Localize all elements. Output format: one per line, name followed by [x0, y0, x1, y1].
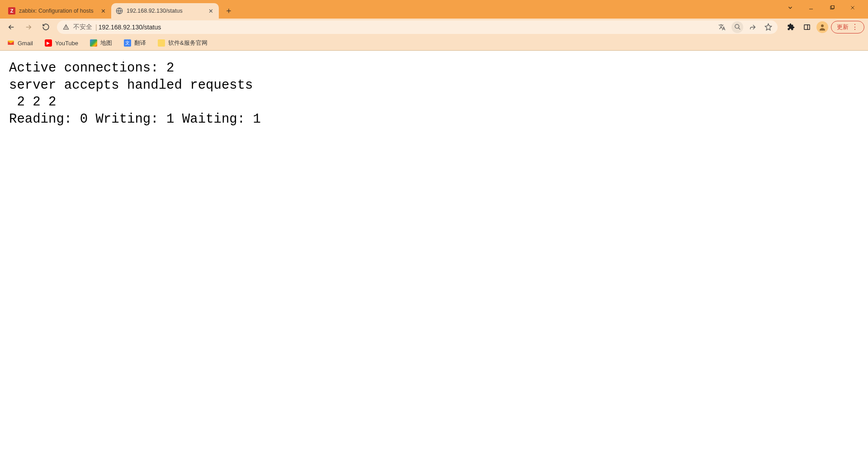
- bookmark-label: 地图: [100, 39, 112, 47]
- share-icon[interactable]: [747, 21, 759, 33]
- close-window-button[interactable]: [844, 1, 862, 14]
- bookmark-software-folder[interactable]: 软件&服务官网: [156, 37, 209, 49]
- tab-strip: Z zabbix: Configuration of hosts ✕ 192.1…: [0, 0, 235, 19]
- maps-icon: [90, 39, 97, 47]
- tab-title: zabbix: Configuration of hosts: [19, 8, 99, 14]
- bookmark-label: Gmail: [18, 40, 33, 47]
- kebab-menu-icon: ⋮: [851, 24, 859, 31]
- reload-button[interactable]: [38, 20, 53, 34]
- svg-point-4: [735, 24, 739, 29]
- close-icon[interactable]: ✕: [99, 7, 107, 14]
- status-line-header: server accepts handled requests: [9, 78, 253, 93]
- not-secure-icon: [62, 24, 71, 31]
- tab-status-page[interactable]: 192.168.92.130/status ✕: [111, 3, 219, 19]
- status-line-active: Active connections: 2: [9, 61, 182, 76]
- close-icon[interactable]: ✕: [207, 7, 214, 14]
- svg-rect-5: [804, 24, 810, 29]
- bookmark-label: 软件&服务官网: [168, 39, 208, 47]
- svg-rect-2: [831, 5, 834, 8]
- bookmark-gmail[interactable]: Gmail: [5, 38, 35, 48]
- profile-avatar[interactable]: [816, 21, 828, 33]
- url-text: 192.168.92.130/status: [99, 24, 161, 31]
- folder-icon: [158, 39, 165, 47]
- minimize-button[interactable]: [802, 1, 820, 14]
- sidepanel-icon[interactable]: [800, 20, 814, 34]
- bookmark-label: 翻译: [134, 39, 146, 47]
- status-line-rw: Reading: 0 Writing: 1 Waiting: 1: [9, 112, 269, 127]
- separator: |: [95, 24, 97, 31]
- update-button[interactable]: 更新 ⋮: [831, 21, 864, 33]
- address-bar[interactable]: 不安全 | 192.168.92.130/status: [57, 20, 778, 34]
- maximize-button[interactable]: [823, 1, 841, 14]
- zabbix-favicon-icon: Z: [8, 7, 15, 14]
- gmail-icon: [7, 39, 14, 47]
- browser-titlebar: Z zabbix: Configuration of hosts ✕ 192.1…: [0, 0, 868, 19]
- bookmark-translate[interactable]: 文 翻译: [122, 37, 148, 49]
- bookmark-youtube[interactable]: ▶ YouTube: [43, 38, 80, 48]
- youtube-icon: ▶: [45, 39, 52, 47]
- svg-point-6: [821, 24, 824, 27]
- status-line-counts: 2 2 2: [9, 95, 64, 110]
- tab-title: 192.168.92.130/status: [127, 8, 207, 14]
- bookmark-star-icon[interactable]: [762, 21, 774, 33]
- tab-zabbix[interactable]: Z zabbix: Configuration of hosts ✕: [4, 3, 111, 19]
- extensions-icon[interactable]: [784, 20, 797, 34]
- new-tab-button[interactable]: [222, 5, 235, 17]
- search-tabs-button[interactable]: [781, 1, 799, 14]
- back-button[interactable]: [4, 20, 19, 34]
- bookmarks-bar: Gmail ▶ YouTube 地图 文 翻译 软件&服务官网: [0, 36, 868, 51]
- nginx-status-output: Active connections: 2 server accepts han…: [9, 60, 859, 128]
- translate-icon: 文: [124, 39, 131, 47]
- window-controls: [781, 0, 868, 15]
- security-label: 不安全: [73, 23, 92, 31]
- update-label: 更新: [837, 23, 849, 31]
- translate-icon[interactable]: [716, 21, 728, 33]
- bookmark-label: YouTube: [55, 40, 78, 47]
- page-viewport: Active connections: 2 server accepts han…: [0, 51, 868, 462]
- forward-button[interactable]: [21, 20, 36, 34]
- toolbar-right: 更新 ⋮: [784, 20, 864, 34]
- omnibox-actions: [716, 21, 774, 33]
- bookmark-maps[interactable]: 地图: [88, 37, 114, 49]
- zoom-icon[interactable]: [731, 21, 743, 33]
- globe-favicon-icon: [116, 7, 123, 14]
- browser-toolbar: 不安全 | 192.168.92.130/status: [0, 19, 868, 36]
